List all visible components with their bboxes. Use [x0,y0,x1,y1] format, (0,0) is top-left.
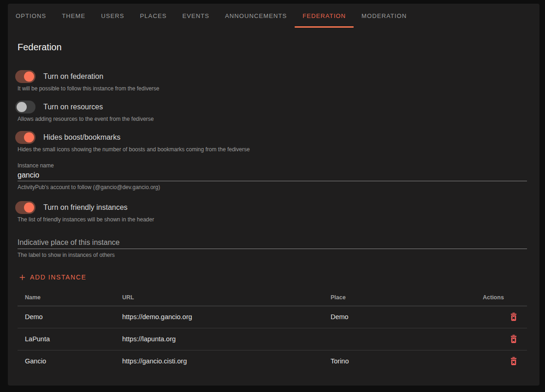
admin-panel-card: OPTIONS THEME USERS PLACES EVENTS ANNOUN… [8,4,539,386]
resources-toggle[interactable] [15,101,36,113]
friendly-instances-toggle-hint: The list of friendly instances will be s… [18,216,527,223]
switch-thumb [17,102,27,112]
column-header-url: URL [115,289,323,306]
table-row: Gancio https://gancio.cisti.org Torino [18,350,527,372]
instance-url-cell: https://lapunta.org [115,328,323,350]
delete-instance-button[interactable] [508,355,520,367]
admin-tab-bar: OPTIONS THEME USERS PLACES EVENTS ANNOUN… [8,4,539,28]
friendly-instances-toggle[interactable] [15,201,36,214]
page-title: Federation [18,42,527,53]
switch-thumb [24,202,34,213]
plus-icon [18,273,26,281]
table-row: LaPunta https://lapunta.org [18,328,527,350]
instance-place-cell: Demo [323,306,475,328]
tab-moderation[interactable]: MODERATION [354,4,415,28]
tab-announcements[interactable]: ANNOUNCEMENTS [217,4,295,28]
delete-instance-button[interactable] [508,311,520,323]
instance-name-field-group: Instance name ActivityPub's account to f… [18,162,527,191]
instance-name-input[interactable] [18,169,527,181]
federation-toggle-hint: It will be possible to follow this insta… [18,85,527,92]
trash-icon [509,312,519,322]
resources-toggle-label: Turn on resources [43,103,103,111]
setting-resources: Turn on resources Allows adding resource… [18,101,527,123]
instance-place-hint: The label to show in instances of others [18,252,527,259]
trash-icon [509,334,519,344]
instance-place-input[interactable] [18,236,527,249]
instance-name-hint: ActivityPub's account to follow (@gancio… [18,184,527,191]
instance-name-cell: LaPunta [18,328,115,350]
switch-thumb [24,71,34,82]
column-header-actions: Actions [475,289,527,306]
friendly-instances-toggle-label: Turn on friendly instances [43,203,128,212]
tab-federation[interactable]: FEDERATION [295,4,354,28]
delete-instance-button[interactable] [508,333,520,345]
tab-options[interactable]: OPTIONS [8,4,54,28]
federation-toggle-label: Turn on federation [43,72,103,81]
table-row: Demo https://demo.gancio.org Demo [18,306,527,328]
resources-toggle-hint: Allows adding resources to the event fro… [18,116,527,123]
tab-events[interactable]: EVENTS [174,4,217,28]
instance-place-cell [323,328,475,350]
instance-name-label: Instance name [18,162,527,169]
tab-places[interactable]: PLACES [132,4,175,28]
federation-toggle[interactable] [15,70,36,83]
trash-icon [509,356,519,366]
instance-url-cell: https://demo.gancio.org [115,306,323,328]
switch-thumb [24,132,34,143]
instance-url-cell: https://gancio.cisti.org [115,350,323,372]
tab-users[interactable]: USERS [93,4,132,28]
setting-federation: Turn on federation It will be possible t… [18,70,527,92]
column-header-place: Place [323,289,475,306]
friendly-instances-table: Name URL Place Actions Demo https://demo… [18,289,527,372]
boost-bookmarks-toggle[interactable] [15,131,36,144]
instance-name-cell: Gancio [18,350,115,372]
table-header-row: Name URL Place Actions [18,289,527,306]
setting-friendly-instances: Turn on friendly instances The list of f… [18,201,527,223]
instance-place-field-group: The label to show in instances of others [18,236,527,259]
boost-bookmarks-toggle-label: Hides boost/bookmarks [43,133,120,142]
instance-place-cell: Torino [323,350,475,372]
add-instance-button-label: ADD INSTANCE [30,273,86,281]
setting-boost-bookmarks: Hides boost/bookmarks Hides the small ic… [18,131,527,153]
boost-bookmarks-toggle-hint: Hides the small icons showing the number… [18,146,527,153]
federation-settings-panel: Federation Turn on federation It will be… [8,42,539,372]
instance-name-cell: Demo [18,306,115,328]
column-header-name: Name [18,289,115,306]
tab-theme[interactable]: THEME [54,4,93,28]
add-instance-button[interactable]: ADD INSTANCE [18,271,90,284]
